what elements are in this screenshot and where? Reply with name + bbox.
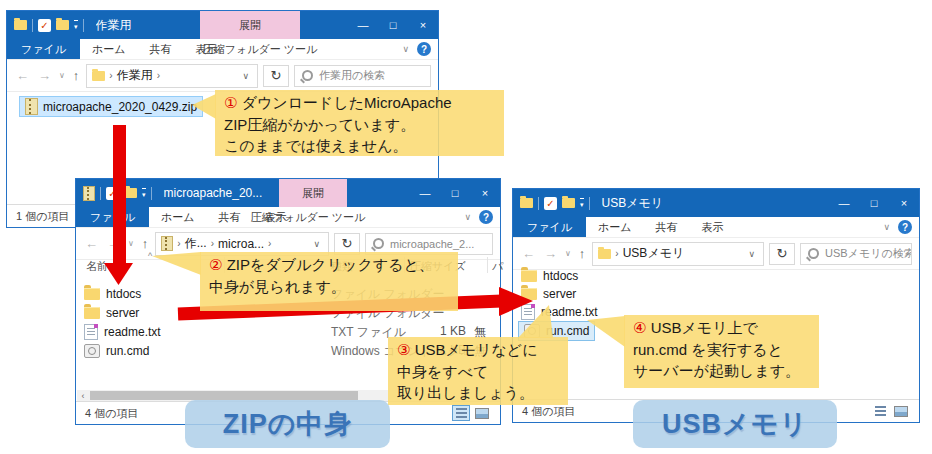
qat-dropdown-icon[interactable]: ▾ — [580, 198, 584, 208]
minimize-button[interactable]: — — [410, 179, 440, 207]
quick-access-toolbar: ✓ ▾ — [513, 197, 597, 210]
up-icon[interactable]: ↑ — [140, 236, 151, 251]
tab-compressed-folder-tools[interactable]: 圧縮フォルダー ツール — [248, 207, 368, 227]
address-dropdown-icon[interactable]: ∨ — [745, 249, 758, 259]
help-icon[interactable]: ? — [479, 210, 493, 224]
screenshot-canvas: ✓ ▾ 作業用 展開 — □ × ファイル ホーム 共有 表示 圧縮フォルダー … — [0, 0, 932, 454]
details-view-button[interactable] — [871, 403, 889, 419]
divider — [538, 197, 539, 210]
breadcrumb-separator: › — [268, 238, 271, 249]
window-title: microapache_20... — [164, 186, 263, 200]
details-view-button[interactable] — [452, 405, 470, 421]
tab-view[interactable]: 表示 — [690, 217, 736, 237]
up-icon[interactable]: ↑ — [71, 68, 82, 83]
folder-icon — [521, 288, 537, 300]
address-bar[interactable]: › USBメモリ ∨ — [592, 242, 764, 266]
tab-file[interactable]: ファイル — [513, 217, 586, 237]
file-name: microapache_2020_0429.zip — [43, 100, 197, 114]
tab-extract[interactable]: 展開 — [279, 179, 347, 207]
search-input[interactable]: USBメモリの検索 — [800, 243, 912, 265]
maximize-button[interactable]: □ — [440, 179, 470, 207]
qat-dropdown-icon[interactable]: ▾ — [142, 188, 146, 198]
tab-file[interactable]: ファイル — [7, 39, 80, 59]
maximize-button[interactable]: □ — [378, 11, 408, 39]
address-bar[interactable]: › 作業用 › ∨ — [86, 64, 258, 88]
breadcrumb[interactable]: microa... — [218, 237, 264, 251]
tab-home[interactable]: ホーム — [586, 217, 644, 237]
forward-icon[interactable]: → — [542, 246, 559, 261]
file-row-server[interactable]: server — [521, 285, 576, 303]
file-row-readme[interactable]: readme.txt — [521, 303, 598, 321]
tab-file[interactable]: ファイル — [76, 207, 149, 227]
minimize-button[interactable]: — — [348, 11, 378, 39]
ribbon-collapse-icon[interactable]: ∨ — [402, 44, 409, 54]
new-folder-icon[interactable] — [56, 20, 69, 30]
callout-4-number: ④ — [633, 319, 646, 336]
zip-file-icon — [161, 236, 173, 251]
maximize-button[interactable]: □ — [859, 189, 889, 217]
item-count: 4 個の項目 — [522, 404, 575, 419]
callout-line: ② ZIPをダブルクリックすると、 — [209, 254, 449, 276]
tab-compressed-folder-tools[interactable]: 圧縮フォルダー ツール — [200, 39, 320, 59]
refresh-button[interactable]: ↻ — [769, 243, 795, 265]
back-icon[interactable]: ← — [520, 246, 537, 261]
folder-icon — [14, 20, 27, 30]
callout-line: ④ USBメモリ上で — [633, 317, 810, 339]
column-header-name[interactable]: 名前 — [86, 259, 108, 274]
thumbnail-view-button[interactable] — [473, 405, 491, 421]
help-icon[interactable]: ? — [417, 42, 431, 56]
tab-extract[interactable]: 展開 — [200, 11, 300, 39]
tab-share[interactable]: 共有 — [138, 39, 184, 59]
thumbnail-view-button[interactable] — [892, 403, 910, 419]
history-dropdown-icon[interactable]: ∨ — [58, 71, 66, 80]
tab-share[interactable]: 共有 — [644, 217, 690, 237]
navigation-bar-usb: ← → ∨ ↑ › USBメモリ ∨ ↻ USBメモリの検索 — [513, 238, 919, 270]
new-folder-icon[interactable] — [124, 188, 137, 198]
close-button[interactable]: × — [408, 11, 438, 39]
label-usb-memory: USBメモリ — [633, 400, 837, 448]
breadcrumb[interactable]: 作... — [185, 235, 207, 252]
folder-icon — [521, 270, 537, 282]
text-file-icon — [84, 324, 98, 340]
column-header-extra[interactable]: パ — [492, 259, 503, 274]
up-icon[interactable]: ↑ — [577, 246, 588, 261]
thumbnail-view-icon — [475, 408, 489, 419]
tab-home[interactable]: ホーム — [149, 207, 207, 227]
minimize-button[interactable]: — — [829, 189, 859, 217]
address-dropdown-icon[interactable]: ∨ — [310, 239, 323, 249]
breadcrumb[interactable]: 作業用 — [117, 67, 153, 84]
search-icon — [373, 238, 384, 249]
properties-check-icon[interactable]: ✓ — [38, 19, 51, 32]
breadcrumb[interactable]: USBメモリ — [623, 245, 685, 262]
ribbon-collapse-icon[interactable]: ∨ — [464, 212, 471, 222]
breadcrumb-separator: › — [157, 70, 160, 81]
new-folder-icon[interactable] — [562, 198, 575, 208]
forward-icon[interactable]: → — [105, 236, 122, 251]
breadcrumb-separator: › — [615, 248, 618, 259]
file-row-htdocs[interactable]: htdocs — [521, 267, 578, 285]
thumbnail-view-icon — [894, 406, 908, 417]
scroll-left-icon[interactable]: ‹ — [77, 391, 89, 401]
address-dropdown-icon[interactable]: ∨ — [239, 71, 252, 81]
close-button[interactable]: × — [889, 189, 919, 217]
ribbon-collapse-icon[interactable]: ∨ — [883, 222, 890, 232]
forward-icon[interactable]: → — [36, 68, 53, 83]
details-view-icon — [875, 406, 886, 416]
history-dropdown-icon[interactable]: ∨ — [564, 249, 572, 258]
properties-check-icon[interactable]: ✓ — [544, 197, 557, 210]
column-divider[interactable] — [487, 257, 488, 273]
tab-share[interactable]: 共有 — [207, 207, 253, 227]
back-icon[interactable]: ← — [14, 68, 31, 83]
help-icon[interactable]: ? — [898, 220, 912, 234]
scrollbar-thumb[interactable] — [90, 391, 358, 400]
search-input[interactable]: 作業用の検索 — [294, 65, 431, 87]
properties-check-icon[interactable]: ✓ — [106, 187, 119, 200]
refresh-button[interactable]: ↻ — [263, 65, 289, 87]
history-dropdown-icon[interactable]: ∨ — [127, 239, 135, 248]
back-icon[interactable]: ← — [83, 236, 100, 251]
tab-home[interactable]: ホーム — [80, 39, 138, 59]
qat-dropdown-icon[interactable]: ▾ — [74, 20, 78, 30]
close-button[interactable]: × — [470, 179, 500, 207]
file-size: 1 KB — [396, 324, 466, 338]
file-item-zip[interactable]: microapache_2020_0429.zip — [19, 96, 203, 117]
